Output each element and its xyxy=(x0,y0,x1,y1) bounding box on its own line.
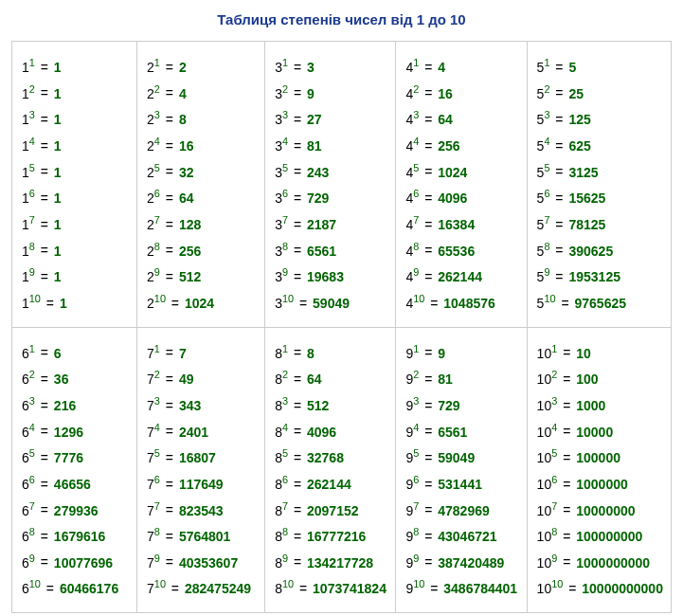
result-value: 2 xyxy=(179,60,187,75)
power-entry: 85 = 32768 xyxy=(275,445,387,468)
power-entry: 102 = 100 xyxy=(537,367,663,390)
equals-sign: = xyxy=(559,477,574,492)
equals-sign: = xyxy=(162,217,177,232)
equals-sign: = xyxy=(551,138,566,154)
equals-sign: = xyxy=(37,112,52,127)
equals-sign: = xyxy=(551,190,566,206)
equals-sign: = xyxy=(421,60,436,75)
result-value: 262144 xyxy=(307,477,351,492)
result-value: 625 xyxy=(568,138,590,154)
exponent-value: 4 xyxy=(29,136,35,147)
exponent-value: 7 xyxy=(154,500,160,512)
exponent-value: 10 xyxy=(413,293,424,304)
base-value: 8 xyxy=(275,529,282,544)
exponent-value: 7 xyxy=(29,214,35,226)
equals-sign: = xyxy=(162,164,177,179)
equals-sign: = xyxy=(290,85,305,100)
base-value: 6 xyxy=(22,554,29,570)
result-value: 3486784401 xyxy=(443,581,517,596)
power-entry: 410 = 1048576 xyxy=(405,291,518,314)
equals-sign: = xyxy=(559,529,574,544)
power-entry: 84 = 4096 xyxy=(275,420,387,443)
equals-sign: = xyxy=(37,398,52,413)
result-value: 32 xyxy=(179,164,194,179)
exponent-value: 2 xyxy=(282,369,288,380)
equals-sign: = xyxy=(37,85,52,100)
exponent-value: 2 xyxy=(551,369,557,380)
equals-sign: = xyxy=(559,398,574,413)
page-title: Таблиця степенів чисел від 1 до 10 xyxy=(11,11,672,27)
result-value: 1000000000 xyxy=(576,554,650,570)
exponent-value: 8 xyxy=(413,241,419,252)
exponent-value: 2 xyxy=(282,83,288,95)
exponent-value: 1 xyxy=(413,343,419,354)
exponent-value: 8 xyxy=(29,241,35,252)
result-value: 16 xyxy=(438,85,453,100)
exponent-value: 9 xyxy=(282,553,288,564)
base-value: 1 xyxy=(22,60,29,75)
power-entry: 66 = 46656 xyxy=(22,472,129,495)
result-value: 49 xyxy=(179,371,194,387)
power-entry: 63 = 216 xyxy=(22,393,129,416)
equals-sign: = xyxy=(421,217,436,232)
power-entry: 23 = 8 xyxy=(147,107,257,130)
result-value: 1296 xyxy=(54,424,83,439)
power-entry: 54 = 625 xyxy=(537,134,663,156)
exponent-value: 10 xyxy=(551,578,563,589)
exponent-value: 1 xyxy=(29,343,35,354)
exponent-value: 8 xyxy=(544,241,549,252)
equals-sign: = xyxy=(43,296,58,311)
power-entry: 710 = 282475249 xyxy=(147,576,257,599)
equals-sign: = xyxy=(290,138,305,154)
exponent-value: 2 xyxy=(154,83,160,95)
base-value: 10 xyxy=(537,477,552,492)
base-value: 7 xyxy=(147,502,154,517)
base-value: 2 xyxy=(147,112,154,127)
base-value: 2 xyxy=(147,243,154,258)
power-entry: 55 = 3125 xyxy=(537,160,663,183)
base-value: 2 xyxy=(147,217,154,232)
result-value: 125 xyxy=(568,112,590,127)
result-value: 60466176 xyxy=(60,581,118,596)
power-entry: 81 = 8 xyxy=(275,341,387,364)
exponent-value: 3 xyxy=(282,395,288,407)
base-value: 8 xyxy=(275,502,282,517)
base-value: 2 xyxy=(147,60,154,75)
equals-sign: = xyxy=(162,450,177,465)
result-value: 512 xyxy=(307,398,329,413)
power-entry: 104 = 10000 xyxy=(537,420,663,443)
result-value: 1 xyxy=(54,138,62,154)
result-value: 16 xyxy=(179,138,194,154)
result-value: 128 xyxy=(179,217,201,232)
equals-sign: = xyxy=(162,269,177,284)
base-value: 2 xyxy=(147,296,154,311)
base-value: 3 xyxy=(275,138,282,154)
base-value: 1 xyxy=(22,164,29,179)
base-value: 8 xyxy=(275,371,282,387)
result-value: 59049 xyxy=(438,450,475,465)
equals-sign: = xyxy=(421,477,436,492)
equals-sign: = xyxy=(421,554,436,570)
base-value: 8 xyxy=(275,554,282,570)
power-entry: 75 = 16807 xyxy=(147,445,257,468)
power-entry: 12 = 1 xyxy=(22,82,129,104)
base-value: 10 xyxy=(537,502,552,517)
exponent-value: 5 xyxy=(154,162,160,173)
result-value: 1 xyxy=(54,217,62,232)
base-value: 6 xyxy=(22,424,29,439)
exponent-value: 6 xyxy=(154,188,160,199)
equals-sign: = xyxy=(551,85,566,100)
power-entry: 42 = 16 xyxy=(405,82,518,104)
exponent-value: 3 xyxy=(29,395,35,407)
power-entry: 28 = 256 xyxy=(147,239,257,262)
equals-sign: = xyxy=(290,217,305,232)
exponent-value: 8 xyxy=(413,526,419,537)
base-value: 3 xyxy=(275,112,282,127)
power-entry: 64 = 1296 xyxy=(22,420,129,443)
power-entry: 44 = 256 xyxy=(405,134,518,156)
power-entry: 105 = 100000 xyxy=(537,445,663,468)
equals-sign: = xyxy=(37,217,52,232)
result-value: 1024 xyxy=(185,296,214,311)
table-row: 61 = 662 = 3663 = 21664 = 129665 = 77766… xyxy=(12,327,672,613)
exponent-value: 6 xyxy=(154,474,160,485)
